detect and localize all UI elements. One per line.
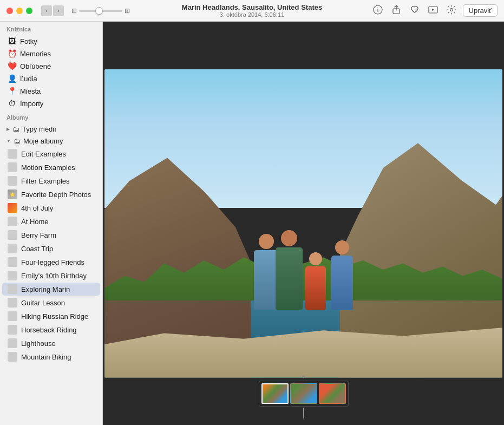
exploring-marin-label: Exploring Marin <box>21 285 70 293</box>
sidebar-item-favorites[interactable]: ❤️ Obľúbené <box>2 60 100 72</box>
favorites-icon: ❤️ <box>8 62 16 70</box>
person-1-body <box>254 250 278 310</box>
favorite-depth-thumb: ⭐ <box>8 189 17 199</box>
emilys-birthday-thumb <box>8 271 17 280</box>
sidebar-item-4th-july[interactable]: 4th of July <box>2 201 100 214</box>
edit-button[interactable]: Upraviť <box>463 4 498 17</box>
sidebar-item-people[interactable]: 👤 Ľudia <box>2 73 100 84</box>
sidebar-item-motion-examples[interactable]: Motion Examples <box>2 161 100 174</box>
share-button[interactable] <box>389 4 403 18</box>
memories-icon: ⏰ <box>8 49 16 58</box>
sidebar-item-imports[interactable]: ⏱ Importy <box>2 97 100 109</box>
person-2-head <box>281 230 297 246</box>
person-3-body <box>305 266 326 310</box>
back-button[interactable]: ‹ <box>41 5 52 16</box>
favorite-button[interactable] <box>408 4 422 18</box>
people-group <box>222 169 385 310</box>
places-icon: 📍 <box>8 87 16 95</box>
thumbnail-3-inner <box>319 384 345 403</box>
filter-examples-label: Filter Examples <box>21 177 70 185</box>
sidebar-label-places: Miesta <box>20 87 41 95</box>
sidebar-item-photos[interactable]: 🖼 Fotky <box>2 35 100 47</box>
thumbnail-1[interactable] <box>261 383 289 404</box>
person-4 <box>331 240 353 310</box>
sidebar-item-hiking-russian[interactable]: Hiking Russian Ridge <box>2 310 100 323</box>
horseback-label: Horseback Riding <box>21 326 77 334</box>
photo-area: ▾ <box>103 22 504 425</box>
my-albums-label: Moje albumy <box>23 137 63 145</box>
title-center: Marin Headlands, Sausalito, United State… <box>182 3 322 18</box>
thumbnail-2[interactable] <box>290 383 317 404</box>
title-bar: ‹ › ⊟ ⊞ Marin Headlands, Sausalito, Unit… <box>0 0 504 22</box>
sidebar-item-favorite-depth[interactable]: ⭐ Favorite Depth Photos <box>2 188 100 201</box>
person-1-head <box>259 234 274 249</box>
sidebar-item-at-home[interactable]: At Home <box>2 215 100 228</box>
slideshow-button[interactable] <box>426 4 440 18</box>
albums-section-label: Albumy <box>0 110 102 123</box>
person-2 <box>276 230 303 310</box>
edit-examples-thumb <box>8 149 17 159</box>
zoom-in-icon: ⊞ <box>125 7 130 15</box>
sidebar-item-guitar-lesson[interactable]: Guitar Lesson <box>2 296 100 309</box>
minimize-button[interactable] <box>16 8 23 14</box>
photo-subtitle: 3. októbra 2014, 6:06:11 <box>182 11 322 18</box>
berry-farm-thumb <box>8 230 17 240</box>
media-types-group[interactable]: ▶ 🗂 Typy médií <box>2 123 100 135</box>
sidebar: Knižnica 🖼 Fotky ⏰ Memories ❤️ Obľúbené … <box>0 22 103 425</box>
svg-text:i: i <box>377 6 378 13</box>
coast-trip-thumb <box>8 244 17 253</box>
4th-july-label: 4th of July <box>21 204 53 212</box>
close-button[interactable] <box>6 8 13 14</box>
sidebar-label-people: Ľudia <box>20 75 37 83</box>
person-4-head <box>335 240 349 254</box>
sidebar-item-berry-farm[interactable]: Berry Farm <box>2 228 100 241</box>
forward-button[interactable]: › <box>53 5 64 16</box>
sidebar-item-edit-examples[interactable]: Edit Examples <box>2 147 100 160</box>
guitar-lesson-label: Guitar Lesson <box>21 299 65 307</box>
main-photo-container[interactable] <box>103 49 504 398</box>
mountain-biking-thumb <box>8 352 17 362</box>
person-1 <box>254 234 278 310</box>
zoom-out-icon: ⊟ <box>71 7 77 15</box>
lighthouse-label: Lighthouse <box>21 339 56 348</box>
settings-button[interactable] <box>444 4 459 18</box>
four-legged-label: Four-legged Friends <box>21 258 84 266</box>
person-3 <box>305 252 326 310</box>
berry-farm-label: Berry Farm <box>21 231 56 239</box>
zoom-slider-container: ⊟ ⊞ <box>71 7 130 15</box>
motion-examples-label: Motion Examples <box>21 164 75 172</box>
photos-icon: 🖼 <box>8 37 16 45</box>
sidebar-item-four-legged[interactable]: Four-legged Friends <box>2 256 100 269</box>
info-button[interactable]: i <box>371 4 385 18</box>
sidebar-label-imports: Importy <box>20 100 43 108</box>
sidebar-item-emilys-birthday[interactable]: Emily's 10th Birthday <box>2 269 100 282</box>
strip-line <box>303 408 304 419</box>
sidebar-label-favorites: Obľúbené <box>20 62 51 70</box>
emilys-birthday-label: Emily's 10th Birthday <box>21 272 87 280</box>
sidebar-item-exploring-marin[interactable]: Exploring Marin <box>2 283 100 296</box>
my-albums-group[interactable]: ▼ 🗂 Moje albumy <box>2 135 100 147</box>
thumbnail-3[interactable] <box>319 383 346 404</box>
media-types-triangle: ▶ <box>6 127 10 132</box>
zoom-slider-thumb[interactable] <box>95 7 103 15</box>
library-section-label: Knižnica <box>0 22 102 35</box>
hiking-russian-label: Hiking Russian Ridge <box>21 312 88 321</box>
sidebar-item-mountain-biking[interactable]: Mountain Biking <box>2 350 100 363</box>
four-legged-thumb <box>8 257 17 267</box>
my-albums-triangle: ▼ <box>6 139 11 143</box>
sidebar-item-filter-examples[interactable]: Filter Examples <box>2 174 100 187</box>
zoom-slider-track[interactable] <box>79 10 122 12</box>
sidebar-item-coast-trip[interactable]: Coast Trip <box>2 242 100 255</box>
person-3-head <box>309 252 322 265</box>
sidebar-item-places[interactable]: 📍 Miesta <box>2 85 100 97</box>
sidebar-item-horseback[interactable]: Horseback Riding <box>2 323 100 336</box>
thumbnail-strip: ▾ <box>259 374 349 419</box>
sidebar-item-memories[interactable]: ⏰ Memories <box>2 48 100 60</box>
sidebar-label-photos: Fotky <box>20 37 37 45</box>
coast-trip-label: Coast Trip <box>21 245 53 253</box>
maximize-button[interactable] <box>26 8 32 14</box>
photo-title: Marin Headlands, Sausalito, United State… <box>182 3 322 11</box>
sidebar-item-lighthouse[interactable]: Lighthouse <box>2 337 100 350</box>
favorite-depth-label: Favorite Depth Photos <box>21 191 91 199</box>
sidebar-label-memories: Memories <box>20 50 51 58</box>
